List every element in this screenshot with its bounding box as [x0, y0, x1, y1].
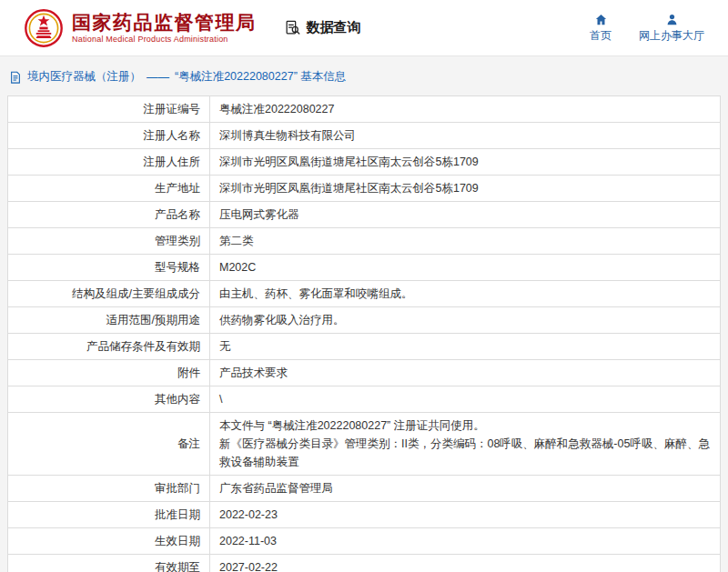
breadcrumb: 境内医疗器械（注册） —— “粤械注准20222080227” 基本信息: [7, 67, 721, 95]
row-value: 压电网式雾化器: [210, 202, 721, 228]
document-icon: [9, 71, 22, 84]
user-icon: [665, 12, 679, 26]
table-row: 生效日期 2022-11-03: [8, 528, 721, 555]
table-row: 适用范围/预期用途 供药物雾化吸入治疗用。: [8, 307, 721, 334]
table-row: 有效期至 2027-02-22: [8, 555, 721, 572]
row-value: 产品技术要求: [210, 360, 721, 386]
row-label: 备注: [8, 413, 210, 476]
top-nav: 首页 网上办事大厅: [590, 12, 704, 44]
breadcrumb-current: “粤械注准20222080227” 基本信息: [175, 69, 346, 85]
table-row: 管理类别 第二类: [8, 228, 721, 255]
row-label: 批准日期: [8, 502, 210, 528]
table-row: 批准日期 2022-02-23: [8, 502, 721, 528]
agency-name-en: National Medical Products Administration: [72, 35, 257, 44]
row-label: 注册证编号: [8, 96, 210, 123]
row-value: 粤械注准20222080227: [210, 96, 721, 123]
data-query-title: 数据查询: [284, 19, 361, 36]
table-row: 结构及组成/主要组成成分 由主机、药杯、雾化面罩和咬嘴组成。: [8, 281, 721, 307]
agency-name-cn: 国家药品监督管理局: [72, 12, 257, 34]
agency-name: 国家药品监督管理局 National Medical Products Admi…: [72, 12, 257, 43]
row-label: 注册人住所: [8, 149, 210, 176]
breadcrumb-separator: ——: [147, 71, 169, 84]
national-emblem-logo: [24, 8, 64, 48]
row-value: 2022-11-03: [210, 528, 721, 555]
row-value: 2027-02-22: [210, 555, 721, 572]
row-label: 生效日期: [8, 528, 210, 555]
data-query-icon: [284, 19, 301, 36]
row-label: 结构及组成/主要组成成分: [8, 281, 210, 307]
row-value: M202C: [210, 255, 721, 281]
row-label: 生产地址: [8, 176, 210, 202]
row-value: 无: [210, 334, 721, 360]
row-label: 审批部门: [8, 476, 210, 502]
row-value: 2022-02-23: [210, 502, 721, 528]
table-row: 附件 产品技术要求: [8, 360, 721, 386]
row-value: 深圳博真生物科技有限公司: [210, 123, 721, 149]
table-row: 审批部门 广东省药品监督管理局: [8, 476, 721, 502]
page-content: 境内医疗器械（注册） —— “粤械注准20222080227” 基本信息 注册证…: [0, 56, 728, 572]
row-value: 广东省药品监督管理局: [210, 476, 721, 502]
row-value: 本文件与 “粤械注准20222080227” 注册证共同使用。 新《医疗器械分类…: [210, 413, 721, 476]
row-label: 有效期至: [8, 555, 210, 572]
row-label: 型号规格: [8, 255, 210, 281]
table-row: 生产地址 深圳市光明区凤凰街道塘尾社区南太云创谷5栋1709: [8, 176, 721, 202]
table-row: 注册人名称 深圳博真生物科技有限公司: [8, 123, 721, 149]
table-row: 产品名称 压电网式雾化器: [8, 202, 721, 228]
row-label: 适用范围/预期用途: [8, 307, 210, 334]
agency-brand: 国家药品监督管理局 National Medical Products Admi…: [24, 8, 257, 48]
registration-info-table: 注册证编号 粤械注准20222080227 注册人名称 深圳博真生物科技有限公司…: [7, 95, 721, 572]
home-icon: [594, 12, 608, 26]
data-query-label: 数据查询: [307, 19, 361, 36]
row-value: 第二类: [210, 228, 721, 255]
row-value: 供药物雾化吸入治疗用。: [210, 307, 721, 334]
row-value: 深圳市光明区凤凰街道塘尾社区南太云创谷5栋1709: [210, 149, 721, 176]
top-header: 国家药品监督管理局 National Medical Products Admi…: [0, 0, 728, 56]
table-row: 注册人住所 深圳市光明区凤凰街道塘尾社区南太云创谷5栋1709: [8, 149, 721, 176]
table-row: 型号规格 M202C: [8, 255, 721, 281]
row-label: 附件: [8, 360, 210, 386]
nav-home[interactable]: 首页: [590, 12, 612, 44]
table-row: 备注 本文件与 “粤械注准20222080227” 注册证共同使用。 新《医疗器…: [8, 413, 721, 476]
row-value: 深圳市光明区凤凰街道塘尾社区南太云创谷5栋1709: [210, 176, 721, 202]
nav-online-hall[interactable]: 网上办事大厅: [639, 12, 704, 44]
row-value: 由主机、药杯、雾化面罩和咬嘴组成。: [210, 281, 721, 307]
nav-online-hall-label: 网上办事大厅: [639, 28, 704, 44]
breadcrumb-category[interactable]: 境内医疗器械（注册）: [27, 69, 141, 85]
row-value: \: [210, 386, 721, 413]
row-label: 注册人名称: [8, 123, 210, 149]
nav-home-label: 首页: [590, 28, 612, 44]
row-label: 管理类别: [8, 228, 210, 255]
row-label: 产品名称: [8, 202, 210, 228]
row-label: 其他内容: [8, 386, 210, 413]
row-label: 产品储存条件及有效期: [8, 334, 210, 360]
table-row: 产品储存条件及有效期 无: [8, 334, 721, 360]
table-row: 其他内容 \: [8, 386, 721, 413]
table-row: 注册证编号 粤械注准20222080227: [8, 96, 721, 123]
